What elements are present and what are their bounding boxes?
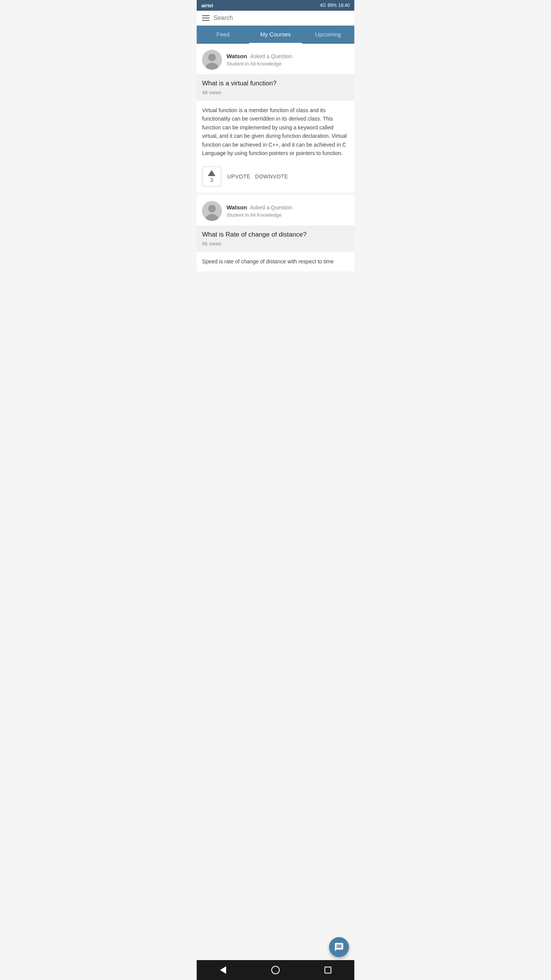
recents-icon	[324, 967, 331, 973]
search-input[interactable]	[214, 15, 349, 21]
back-icon	[220, 966, 226, 974]
question-title: What is Rate of change of distance?	[202, 231, 349, 238]
svg-point-4	[208, 205, 216, 212]
recents-button[interactable]	[320, 964, 336, 976]
chat-fab-button[interactable]	[329, 937, 349, 957]
user-header: Watson Asked a Question Student in All K…	[197, 44, 354, 74]
views-count: 66 views	[202, 241, 349, 247]
search-bar	[197, 11, 354, 26]
chat-icon	[334, 942, 344, 952]
user-name-row: Watson Asked a Question	[227, 53, 292, 59]
post-card: Watson Asked a Question Student in All K…	[197, 195, 354, 271]
vote-box[interactable]: 3	[202, 167, 221, 186]
action-text: Asked a Question	[250, 204, 293, 211]
upvote-triangle-icon	[208, 170, 215, 176]
status-icons: 4G 89% 18:40	[320, 3, 350, 8]
bottom-navigation	[197, 960, 354, 980]
network-type: 4G	[320, 3, 326, 8]
user-subtitle: Student in All Knowledge	[227, 212, 292, 218]
views-count: 48 views	[202, 90, 349, 95]
avatar	[202, 201, 222, 221]
home-icon	[271, 966, 280, 974]
answer-text: Virtual function is a member function of…	[197, 101, 354, 163]
hamburger-line-1	[202, 15, 210, 16]
downvote-button[interactable]: DOWNVOTE	[255, 173, 288, 180]
user-info: Watson Asked a Question Student in All K…	[227, 204, 292, 218]
question-title: What is a virtual function?	[202, 80, 349, 87]
avatar	[202, 50, 222, 70]
back-button[interactable]	[215, 964, 231, 976]
vote-count: 3	[210, 177, 213, 183]
user-name-row: Watson Asked a Question	[227, 204, 292, 211]
user-name: Watson	[227, 204, 247, 211]
hamburger-line-3	[202, 20, 210, 21]
home-button[interactable]	[268, 964, 283, 976]
hamburger-line-2	[202, 18, 210, 18]
post-card: Watson Asked a Question Student in All K…	[197, 44, 354, 193]
question-block: What is a virtual function? 48 views	[197, 74, 354, 101]
menu-button[interactable]	[202, 15, 210, 21]
vote-buttons: UPVOTE DOWNVOTE	[227, 173, 288, 180]
feed-content: Watson Asked a Question Student in All K…	[197, 44, 354, 271]
time-display: 18:40	[338, 3, 350, 8]
tab-upcoming[interactable]: Upcoming	[302, 26, 354, 43]
carrier-text: airtel	[201, 3, 213, 8]
action-text: Asked a Question	[250, 53, 293, 59]
svg-point-1	[208, 54, 216, 61]
user-name: Watson	[227, 53, 247, 59]
tab-navigation: Feed My Courses Upcoming	[197, 26, 354, 44]
answer-text: Speed is rate of change of distance with…	[197, 252, 354, 271]
tab-my-courses[interactable]: My Courses	[249, 26, 302, 43]
vote-row: 3 UPVOTE DOWNVOTE	[197, 163, 354, 193]
question-block: What is Rate of change of distance? 66 v…	[197, 225, 354, 252]
user-subtitle: Student in All Knowledge	[227, 61, 292, 67]
user-info: Watson Asked a Question Student in All K…	[227, 53, 292, 67]
tab-feed[interactable]: Feed	[197, 26, 249, 43]
upvote-button[interactable]: UPVOTE	[227, 173, 251, 180]
status-bar: airtel 4G 89% 18:40	[197, 0, 354, 11]
user-header: Watson Asked a Question Student in All K…	[197, 195, 354, 225]
battery-percent: 89%	[328, 3, 337, 8]
